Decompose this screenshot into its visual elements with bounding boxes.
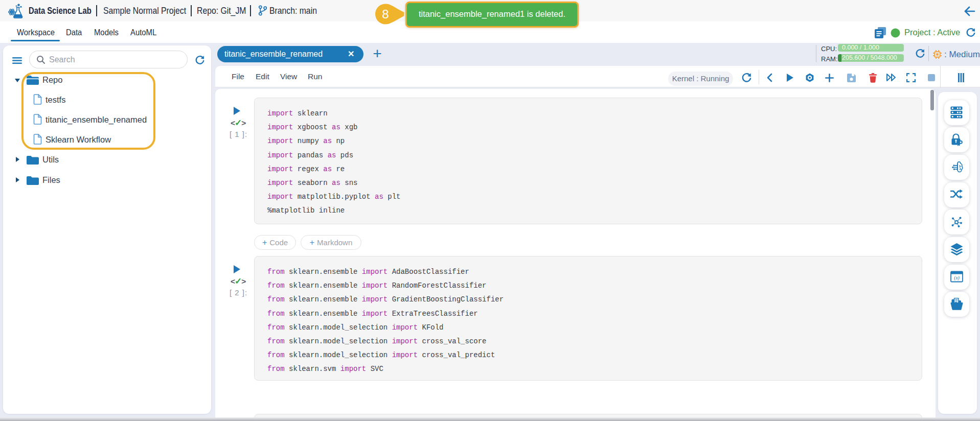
svg-text:(x): (x) bbox=[954, 275, 960, 281]
svg-text:8: 8 bbox=[382, 7, 389, 21]
